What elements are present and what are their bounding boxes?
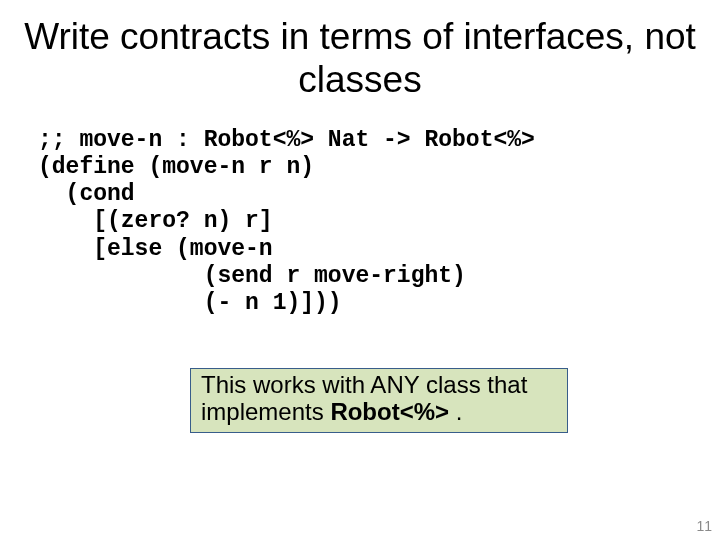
code-line: [(zero? n) r] (38, 208, 273, 234)
code-line: (define (move-n r n) (38, 154, 314, 180)
slide-title: Write contracts in terms of interfaces, … (0, 0, 720, 101)
callout-text: . (456, 398, 463, 425)
callout-bold: Robot<%> (330, 398, 455, 425)
code-line: (cond (38, 181, 135, 207)
code-block: ;; move-n : Robot<%> Nat -> Robot<%> (de… (0, 127, 720, 317)
page-number: 11 (696, 518, 712, 534)
code-line: ;; move-n : Robot<%> Nat -> Robot<%> (38, 127, 535, 153)
code-line: (send r move-right) (38, 263, 466, 289)
code-line: (- n 1)])) (38, 290, 342, 316)
code-line: [else (move-n (38, 236, 273, 262)
callout-box: This works with ANY class that implement… (190, 368, 568, 433)
